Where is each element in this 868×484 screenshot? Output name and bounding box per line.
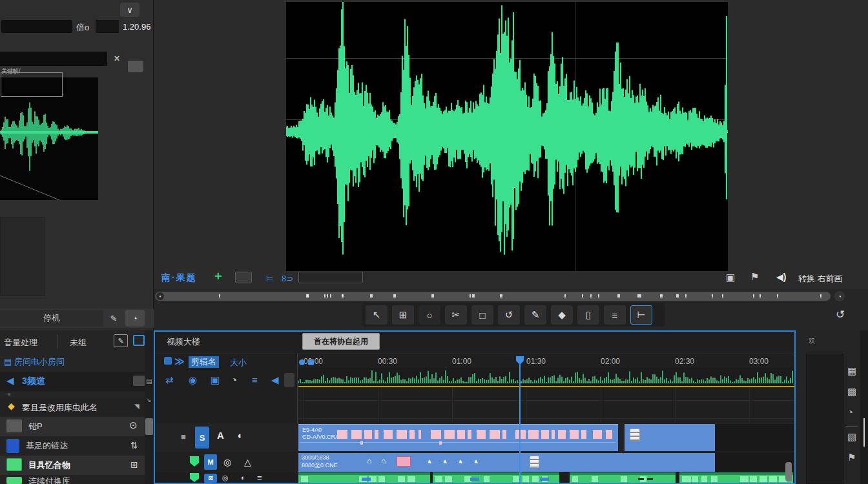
timeline-tab[interactable]: 视频大楼 [167, 336, 200, 348]
audio-block [398, 476, 405, 482]
scroll-tick [617, 294, 620, 297]
subtitle-block-small [439, 441, 442, 445]
tool-shape-icon[interactable]: ◆ [551, 305, 573, 325]
fx-badge-icon [530, 456, 539, 468]
tool-rotate-icon[interactable]: ↺ [498, 305, 520, 325]
subtitle-block [375, 430, 378, 439]
panel-icon-grid[interactable]: ▦ [847, 365, 856, 377]
clip-buttons[interactable]: 南·果题 [161, 272, 197, 284]
sort-icon[interactable]: ⇅ [130, 440, 138, 450]
timeline-scroll-thumb[interactable] [785, 462, 792, 481]
tool-cut-icon[interactable]: ✂ [445, 305, 467, 325]
track-mute-toggle[interactable]: M [204, 454, 217, 470]
in-marker[interactable] [299, 359, 305, 365]
tab-volume[interactable]: 音量处理 [4, 337, 37, 348]
search-input[interactable] [0, 52, 107, 66]
divider [846, 426, 858, 427]
value-box[interactable] [96, 20, 119, 33]
effect-clip[interactable]: 3000/1838 8080至0 CNE ⌂⌂▲▲▲▲ [298, 453, 715, 472]
list-icon[interactable]: ⊨ [266, 274, 273, 283]
options-button[interactable] [128, 61, 143, 72]
pencil-icon[interactable]: ✎ [105, 310, 123, 327]
track-monitor-icon[interactable]: ◖ [240, 474, 245, 481]
sphere-icon[interactable]: ◔ [231, 375, 237, 385]
tool-grid-icon[interactable]: ⊞ [392, 305, 414, 325]
refresh-icon[interactable]: ↺ [836, 308, 845, 321]
track-sync-toggle[interactable]: S [195, 427, 209, 449]
project-scroll-rail[interactable] [145, 330, 154, 484]
track-empty [715, 424, 794, 451]
scroll-thumb[interactable] [145, 418, 153, 435]
breadcrumb[interactable]: ▤ 房间电小房间 [4, 356, 65, 368]
timer-icon[interactable]: ◔ [125, 310, 145, 327]
track-thumb-icon[interactable]: ■ [181, 432, 186, 441]
panel-icon-pattern[interactable]: ▧ [847, 431, 856, 443]
power-icon[interactable]: ⊙ [129, 419, 138, 431]
clip-name: 3000/1838 [302, 454, 329, 461]
tool-snap-icon[interactable]: ⊢ [630, 305, 652, 325]
tool-bracket-icon[interactable]: ▯ [577, 305, 599, 325]
horizontal-scrollbar[interactable]: ● [155, 292, 831, 301]
checkbox[interactable] [235, 272, 252, 283]
tool-select-icon[interactable]: ↖ [366, 305, 388, 325]
arrow-icon[interactable]: ↘ [146, 396, 151, 403]
duration-input[interactable] [298, 272, 363, 283]
tool-pen-icon[interactable]: ✎ [524, 305, 546, 325]
ruler-wave-strip[interactable] [298, 368, 794, 386]
globe-icon[interactable]: ◉ [189, 375, 197, 385]
link-select-icon[interactable] [133, 335, 145, 346]
list-item[interactable] [0, 436, 145, 456]
work-area-bar[interactable] [298, 386, 796, 387]
audio-clip-lane[interactable] [298, 472, 794, 483]
size-label[interactable]: 大小 [230, 357, 247, 368]
levels-icon[interactable]: ≡ [252, 375, 258, 385]
scroll-settings-icon[interactable]: ◔ [834, 291, 845, 301]
pip-icon[interactable]: ▣ [726, 272, 735, 283]
audio-block [532, 476, 539, 482]
tab-ungrouped[interactable]: 未组 [70, 337, 87, 348]
track-monitor-icon[interactable]: ◖ [236, 430, 242, 441]
track-lock-icon[interactable]: A [217, 430, 224, 441]
speaker-icon[interactable]: ◀) [776, 272, 786, 282]
scroll-left-cap-icon[interactable]: ● [156, 292, 164, 300]
name-field[interactable] [1, 20, 72, 33]
list-view-icon[interactable]: ▤ [146, 378, 152, 385]
menu-icon[interactable]: ≡ [257, 473, 262, 483]
panel-icon-layers[interactable]: ▩ [847, 386, 856, 398]
playhead-line[interactable] [519, 361, 521, 483]
scroll-tick [760, 294, 761, 297]
grid-icon[interactable]: ⊞ [130, 459, 138, 470]
audio-clip[interactable] [570, 472, 676, 483]
graphic-clip[interactable] [625, 424, 715, 451]
close-icon[interactable]: × [108, 50, 125, 67]
tool-slider-icon[interactable]: ≡ [604, 305, 626, 325]
io-icon[interactable]: 8⊃ [282, 274, 293, 283]
new-item-icon[interactable]: ✎ [114, 334, 128, 347]
selected-clip-chip[interactable]: 剪辑名 [189, 356, 219, 368]
link-toggle-icon[interactable]: ⇄ [165, 375, 174, 385]
tool-lasso-icon[interactable]: ○ [418, 305, 440, 325]
mute-icon[interactable]: ◀ [271, 375, 279, 385]
diamond-icon: ◆ [8, 401, 15, 411]
edge-scroll-thumb[interactable] [863, 418, 865, 447]
chevron-down-icon[interactable]: ∨ [120, 3, 140, 17]
track-enable-toggle[interactable]: ⊠ [204, 474, 217, 483]
header-box[interactable] [284, 373, 294, 387]
audio-clip[interactable] [679, 472, 793, 483]
add-icon[interactable]: + [214, 269, 222, 284]
panel-icon-clock[interactable]: ◔ [847, 407, 853, 418]
tool-rect-icon[interactable]: □ [471, 305, 493, 325]
camera-icon[interactable]: ▣ [211, 375, 220, 385]
panel-icon-flag[interactable]: ⚑ [847, 452, 856, 463]
scroll-tick [722, 294, 723, 297]
flag-icon[interactable]: ⚑ [750, 271, 759, 283]
out-marker[interactable] [308, 359, 314, 365]
scroll-tick [676, 294, 679, 297]
track-target-icon[interactable]: ◎ [223, 457, 231, 467]
track-empty [715, 452, 794, 472]
track-target-icon[interactable]: ◎ [222, 474, 229, 482]
scroll-tick [582, 294, 583, 297]
track-keyframe-icon[interactable]: △ [244, 457, 251, 467]
fold-icon[interactable]: ◥ [134, 403, 140, 410]
subtitle-clip[interactable]: E9-4A0 CD-A/V0.CRAD [298, 424, 618, 451]
